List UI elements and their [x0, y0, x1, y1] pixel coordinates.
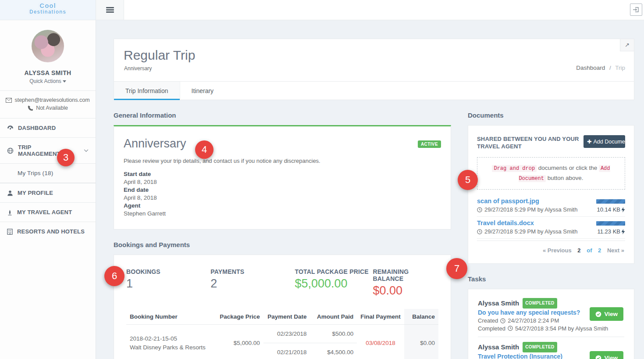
lightning-icon [621, 207, 625, 212]
col-booking-number: Booking Number [126, 309, 216, 325]
stat-bookings: BOOKINGS 1 [126, 268, 210, 298]
view-task-button[interactable]: View [590, 351, 623, 359]
clock-icon [477, 229, 482, 234]
task-completed-text: 54/27/2018 3:54 PM by Alyssa Smith [515, 325, 608, 333]
annotation-circle-4: 4 [195, 140, 213, 159]
tab-bar: Trip Information Itinerary [114, 81, 634, 100]
next-page-button[interactable]: Next » [607, 247, 624, 254]
clock-icon [477, 207, 482, 212]
table-row: 2018-02-21-15-05 Walt Disney Parks & Res… [126, 325, 438, 343]
table-header-row: Booking Number Package Price Payment Dat… [126, 309, 438, 325]
tasks-heading: Tasks [468, 275, 634, 283]
sidebar-item-label: My Trips (18) [18, 170, 53, 176]
col-amount-paid: Amount Paid [310, 309, 357, 325]
documents-pagination: « Previous 2 of 2 Next » [477, 241, 625, 257]
field-value-start-date: April 8, 2018 [124, 178, 441, 186]
list-item-file: scan of passport.jpg 29/27/2018 5:29 PM … [477, 195, 625, 217]
tab-itinerary[interactable]: Itinerary [180, 82, 225, 100]
clock-icon [508, 326, 513, 331]
collapse-panel-button[interactable]: ↗ [620, 39, 634, 51]
logout-icon [633, 6, 640, 13]
annotation-circle-3: 3 [57, 149, 75, 166]
trip-name: Anniversary [124, 137, 441, 151]
sidebar-item-label: MY PROFILE [18, 190, 53, 196]
quick-actions-dropdown[interactable]: Quick Actions [4, 78, 91, 84]
breadcrumb-dashboard-link[interactable]: Dashboard [576, 65, 605, 71]
list-item-file: Travel details.docx 29/27/2018 5:29 PM b… [477, 217, 625, 239]
tab-trip-information[interactable]: Trip Information [114, 82, 180, 100]
sidebar-item-resorts-hotels[interactable]: RESORTS AND HOTELS [0, 222, 96, 241]
page-subtitle: Anniversary [114, 63, 634, 72]
user-name: ALYSSA SMITH [4, 69, 91, 76]
clock-icon [500, 318, 505, 323]
plus-icon: ✚ [587, 138, 591, 145]
status-badge: ACTIVE [418, 140, 441, 148]
annotation-circle-5: 5 [458, 170, 478, 190]
sidebar-item-label: MY TRAVEL AGENT [17, 209, 72, 215]
shared-label: SHARED BETWEEN YOU AND YOUR TRAVEL AGENT [477, 135, 580, 150]
booking-number-cell: 2018-02-21-15-05 Walt Disney Parks & Res… [126, 325, 216, 359]
sidebar-item-label: RESORTS AND HOTELS [17, 228, 85, 235]
sidebar-item-my-trips[interactable]: My Trips (18) [0, 163, 96, 183]
globe-icon [7, 147, 14, 154]
total-pages: 2 [598, 247, 601, 254]
stat-bookings-value: 1 [126, 277, 210, 291]
documents-heading: Documents [468, 111, 634, 119]
main-content: Regular Trip Anniversary ↗ Dashboard / T… [96, 20, 644, 359]
general-information-heading: General Information [114, 111, 451, 119]
list-item-task: Alyssa Smith COMPLETED Do you have any s… [478, 298, 624, 337]
user-profile-block: ALYSSA SMITH Quick Actions [0, 20, 96, 91]
envelope-icon [6, 98, 12, 103]
sidebar-item-label: DASHBOARD [18, 125, 56, 131]
dashboard-icon [7, 125, 14, 131]
breadcrumb-current: Trip [615, 65, 625, 71]
documents-card: SHARED BETWEEN YOU AND YOUR TRAVEL AGENT… [468, 125, 634, 264]
file-link[interactable]: Travel details.docx [477, 219, 594, 226]
sidebar-toggle-button[interactable] [96, 0, 124, 20]
file-progress-bar [596, 199, 625, 204]
field-label-end-date: End date [124, 186, 441, 194]
sidebar-item-trip-management[interactable]: TRIP MANAGEMENT [0, 137, 96, 163]
sidebar-item-dashboard[interactable]: DASHBOARD [0, 118, 96, 137]
top-bar: Cool Destinations [0, 0, 644, 20]
trip-header-card: Regular Trip Anniversary ↗ Dashboard / T… [114, 39, 634, 100]
stat-total-package-price-value: $5,000.00 [295, 277, 373, 291]
avatar[interactable] [32, 30, 64, 62]
file-link[interactable]: scan of passport.jpg [477, 197, 594, 205]
user-icon [7, 190, 13, 196]
drag-drop-code: Drag and drop [492, 165, 537, 172]
bookings-table: Booking Number Package Price Payment Dat… [126, 309, 438, 359]
previous-page-button[interactable]: « Previous [543, 247, 572, 254]
add-document-button[interactable]: ✚ Add Document [584, 135, 625, 148]
user-phone-row: Not Available [3, 105, 93, 111]
task-owner: Alyssa Smith [478, 343, 519, 352]
sidebar-nav: DASHBOARD TRIP MANAGEMENT My Trips (18) … [0, 118, 96, 241]
file-size-text: 10.14 KB [597, 206, 621, 213]
col-payment-date: Payment Date [263, 309, 310, 325]
document-dropzone[interactable]: Drag and drop documents or click the Add… [477, 157, 625, 190]
task-created-text: 24/27/2018 2:24 PM [508, 317, 559, 325]
sidebar-item-my-travel-agent[interactable]: MY TRAVEL AGENT [0, 202, 96, 222]
col-balance: Balance [404, 309, 438, 325]
annotation-circle-7: 7 [446, 258, 467, 279]
logout-button[interactable] [630, 4, 642, 16]
amount-paid-cell: $500.00 [310, 325, 357, 343]
package-price-cell: $5,000.00 [216, 325, 263, 359]
task-owner: Alyssa Smith [478, 299, 519, 308]
sidebar-item-my-profile[interactable]: MY PROFILE [0, 183, 96, 202]
general-note: Please review your trip details, and con… [124, 158, 441, 164]
view-task-button[interactable]: View [590, 307, 623, 321]
task-status-badge: COMPLETED [523, 298, 557, 309]
pen-icon [7, 209, 13, 215]
user-contact-block: stephen@travelesolutions.com Not Availab… [0, 91, 96, 118]
file-meta-text: 29/27/2018 5:29 PM by Alyssa Smith [484, 206, 577, 213]
current-page: 2 [577, 247, 580, 254]
bookings-payments-heading: Bookings and Payments [114, 241, 451, 248]
logo-text-line2: Destinations [0, 9, 96, 15]
user-email: stephen@travelesolutions.com [14, 97, 89, 103]
check-circle-icon [595, 311, 601, 317]
file-progress-bar [596, 221, 625, 226]
stat-payments: PAYMENTS 2 [210, 268, 295, 298]
app-logo[interactable]: Cool Destinations [0, 0, 96, 20]
payment-date-cell: 02/23/2018 [263, 325, 310, 343]
